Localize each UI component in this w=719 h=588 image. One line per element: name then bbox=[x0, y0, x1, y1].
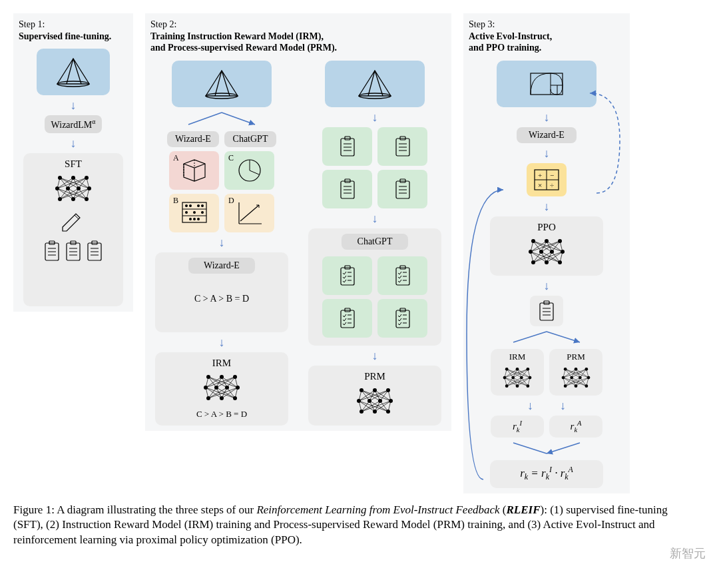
caption-bold: RLEIF bbox=[506, 503, 540, 516]
irm-small-box: IRM bbox=[491, 349, 544, 396]
clipboard-check-icon bbox=[338, 308, 357, 329]
merge-arrows-icon bbox=[490, 441, 603, 456]
network-icon bbox=[559, 365, 593, 390]
clipboard-tile bbox=[322, 170, 372, 208]
step2-header: Step 2: Training Instruction Reward Mode… bbox=[150, 19, 446, 54]
arrow-down-icon: ↓ bbox=[71, 137, 77, 149]
caption-body1: A diagram illustrating the three steps o… bbox=[55, 503, 257, 516]
arrow-down-icon: ↓ bbox=[219, 336, 225, 348]
branch-arrows-icon bbox=[490, 330, 603, 345]
clipboard-icon bbox=[338, 136, 357, 157]
clipboard-check-tile bbox=[377, 256, 427, 295]
step1-column: Step 1: Supervised fine-tuning. ↓ Wizard… bbox=[13, 13, 133, 312]
clipboard-check-tile bbox=[322, 299, 372, 338]
prm-label: PRM bbox=[552, 352, 600, 362]
rank-text: C > A > B = D bbox=[160, 409, 283, 420]
arrow-down-icon: ↓ bbox=[71, 99, 77, 111]
arrow-down-icon: ↓ bbox=[544, 147, 550, 159]
irm-box: IRM C > A > B = D bbox=[155, 352, 288, 426]
clipboard-tile bbox=[377, 170, 427, 208]
graph-icon bbox=[234, 197, 266, 229]
watermark: 新智元 bbox=[670, 545, 706, 561]
step1-num: Step 1: bbox=[19, 19, 45, 29]
sft-box: SFT bbox=[23, 153, 123, 306]
clipboard-check-icon bbox=[393, 265, 412, 286]
wizard-e-rank-box: Wizard-E C > A > B = D bbox=[155, 252, 288, 332]
step2-dataset-icon bbox=[325, 61, 425, 107]
cube-icon bbox=[178, 154, 210, 186]
clipboard-check-tile bbox=[322, 256, 372, 295]
step3-num: Step 3: bbox=[469, 19, 495, 29]
rk-a-box: rkA bbox=[549, 416, 602, 438]
step3-title: Active Evol-Instruct, and PPO training. bbox=[469, 31, 624, 54]
pencil-icon bbox=[60, 207, 87, 234]
tile-a: A bbox=[169, 151, 219, 190]
arrow-down-icon: ↓ bbox=[372, 350, 378, 362]
caption-fignum: Figure 1: bbox=[13, 503, 55, 516]
network-icon bbox=[53, 172, 93, 204]
clipboard-check-icon bbox=[338, 265, 357, 286]
prm-label: PRM bbox=[314, 371, 436, 382]
arrow-down-icon: ↓ bbox=[560, 400, 566, 412]
arrow-down-icon: ↓ bbox=[219, 236, 225, 248]
clipboard-icon bbox=[393, 178, 412, 200]
clipboard-row bbox=[29, 240, 118, 262]
clipboard-icon bbox=[393, 136, 412, 157]
network-icon bbox=[501, 365, 534, 390]
clipboard-tile bbox=[377, 127, 427, 166]
irm-label: IRM bbox=[160, 358, 283, 369]
step2-dataset-icon bbox=[172, 61, 272, 107]
clipboard-check-tile bbox=[377, 299, 427, 338]
tile-d: D bbox=[224, 194, 274, 232]
step2-column: Step 2: Training Instruction Reward Mode… bbox=[145, 13, 451, 431]
clipboard-icon bbox=[338, 178, 357, 200]
tile-c: C bbox=[224, 151, 274, 190]
ppo-label: PPO bbox=[495, 222, 598, 233]
prm-subcolumn: ↓ ↓ ChatGPT bbox=[312, 61, 438, 426]
figure-caption: Figure 1: A diagram illustrating the thr… bbox=[13, 503, 679, 549]
network-icon bbox=[527, 236, 567, 268]
wizard-e-label: Wizard-E bbox=[167, 131, 219, 147]
clipboard-single bbox=[530, 296, 563, 326]
step3-dataset-icon bbox=[497, 61, 597, 107]
arrow-down-icon: ↓ bbox=[544, 200, 550, 212]
irm-subcolumn: Wizard-E ChatGPT A C B bbox=[158, 61, 285, 426]
caption-ital: Reinforcement Learning from Evol-Instruc… bbox=[256, 503, 499, 516]
rk-i-box: rkI bbox=[491, 416, 544, 438]
rleif-diagram: Step 1: Supervised fine-tuning. ↓ Wizard… bbox=[13, 13, 706, 493]
tile-b: B bbox=[169, 194, 219, 232]
arrow-down-icon: ↓ bbox=[372, 212, 378, 224]
step1-dataset-icon bbox=[37, 49, 110, 95]
irm-label: IRM bbox=[493, 352, 541, 362]
branch-arrows-icon bbox=[168, 111, 275, 127]
math-ops-block bbox=[527, 163, 567, 196]
clipboard-icon bbox=[64, 240, 83, 262]
abacus-icon bbox=[178, 197, 210, 229]
step3-column: Step 3: Active Evol-Instruct, and PPO tr… bbox=[463, 13, 630, 493]
wizardlm-label: WizardLMα bbox=[45, 115, 103, 133]
math-ops-icon bbox=[533, 168, 560, 191]
clipboard-icon bbox=[43, 240, 61, 262]
arrow-down-icon: ↓ bbox=[372, 111, 378, 123]
rank-text: C > A > B = D bbox=[160, 294, 283, 304]
arrow-down-icon: ↓ bbox=[527, 400, 533, 412]
sft-label: SFT bbox=[29, 158, 118, 170]
chatgpt-label: ChatGPT bbox=[224, 131, 276, 147]
pie-icon bbox=[234, 154, 266, 186]
chatgpt-label: ChatGPT bbox=[342, 234, 408, 250]
step2-num: Step 2: bbox=[150, 19, 176, 29]
step3-header: Step 3: Active Evol-Instruct, and PPO tr… bbox=[469, 19, 624, 54]
arrow-down-icon: ↓ bbox=[544, 111, 550, 123]
clipboard-check-icon bbox=[393, 308, 412, 329]
chatgpt-check-box: ChatGPT bbox=[308, 228, 441, 346]
prm-small-box: PRM bbox=[549, 349, 602, 396]
ppo-box: PPO bbox=[490, 216, 603, 276]
reward-equation: rk = rkI · rkA bbox=[490, 460, 603, 488]
prm-box: PRM bbox=[308, 366, 441, 426]
step1-title: Supervised fine-tuning. bbox=[19, 31, 128, 43]
clipboard-tile bbox=[322, 127, 372, 166]
step1-header: Step 1: Supervised fine-tuning. bbox=[19, 19, 128, 42]
clipboard-icon bbox=[85, 240, 104, 262]
step2-title: Training Instruction Reward Model (IRM),… bbox=[150, 31, 446, 54]
wizard-e-label: Wizard-E bbox=[517, 127, 577, 143]
